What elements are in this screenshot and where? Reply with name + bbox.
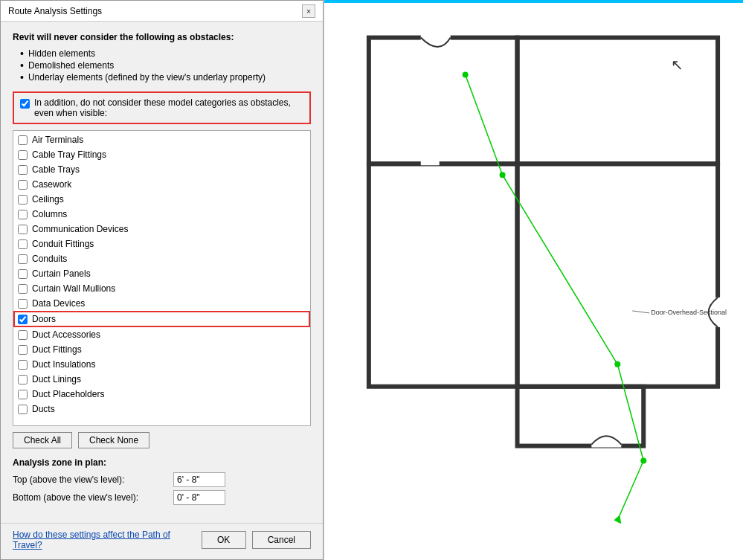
category-item-1: Cable Tray Fittings [13, 147, 310, 162]
zone-top-input[interactable] [173, 472, 225, 487]
cancel-button[interactable]: Cancel [252, 531, 311, 549]
zone-section: Analysis zone in plan: Top (above the vi… [13, 457, 311, 508]
category-item-11: Data Devices [13, 296, 310, 311]
category-item-14: Duct Fittings [13, 342, 310, 357]
category-checkbox-3[interactable] [18, 180, 28, 190]
category-label-8: Conduits [32, 252, 67, 265]
category-checkbox-7[interactable] [18, 239, 28, 249]
category-item-7: Conduit Fittings [13, 236, 310, 251]
category-item-4: Ceilings [13, 192, 310, 207]
svg-rect-4 [518, 387, 644, 446]
category-checkbox-1[interactable] [18, 150, 28, 160]
zone-row-top: Top (above the view's level): [13, 472, 311, 487]
svg-rect-0 [369, 38, 518, 164]
category-checkbox-17[interactable] [18, 390, 28, 399]
bullet-dot-1: • [20, 48, 24, 59]
category-item-17: Duct Placeholders [13, 387, 310, 402]
dialog-title: Route Analysis Settings [8, 6, 102, 16]
category-label-11: Data Devices [32, 297, 85, 310]
category-label-13: Duct Accessories [32, 328, 100, 341]
category-checkbox-9[interactable] [18, 269, 28, 279]
bullet-item-1: • Hidden elements [20, 48, 311, 59]
category-item-6: Communication Devices [13, 222, 310, 236]
category-label-14: Duct Fittings [32, 343, 82, 356]
category-label-5: Columns [32, 207, 67, 221]
category-item-13: Duct Accessories [13, 327, 310, 342]
bullet-text-3: Underlay elements (defined by the view's… [28, 72, 266, 83]
svg-line-19 [632, 311, 649, 313]
main-checkbox-label: In addition, do not consider these model… [34, 97, 303, 118]
category-checkbox-11[interactable] [18, 299, 28, 309]
svg-point-13 [463, 71, 469, 77]
category-item-18: Ducts [13, 402, 310, 416]
bullets-list: • Hidden elements • Demolished elements … [20, 48, 311, 84]
svg-rect-2 [369, 164, 518, 386]
category-checkbox-10[interactable] [18, 284, 28, 294]
category-checkbox-4[interactable] [18, 195, 28, 205]
dialog-footer: How do these settings affect the Path of… [1, 523, 323, 559]
bullet-item-3: • Underlay elements (defined by the view… [20, 72, 311, 83]
category-item-9: Curtain Panels [13, 266, 310, 281]
help-link[interactable]: How do these settings affect the Path of… [13, 530, 196, 550]
category-checkbox-18[interactable] [18, 405, 28, 414]
ok-button[interactable]: OK [202, 531, 246, 549]
category-item-10: Curtain Wall Mullions [13, 281, 310, 296]
category-label-3: Casework [32, 178, 71, 191]
check-none-button[interactable]: Check None [78, 432, 149, 448]
category-item-3: Casework [13, 177, 310, 192]
category-label-2: Cable Trays [32, 163, 80, 176]
category-checkbox-2[interactable] [18, 165, 28, 175]
svg-text:Door-Overhead-Sectional: Door-Overhead-Sectional [651, 309, 727, 316]
category-checkbox-14[interactable] [18, 345, 28, 355]
category-item-2: Cable Trays [13, 162, 310, 177]
category-item-15: Duct Insulations [13, 357, 310, 372]
category-checkbox-0[interactable] [18, 135, 28, 145]
category-checkbox-8[interactable] [18, 254, 28, 264]
category-checkbox-15[interactable] [18, 360, 28, 370]
category-checkbox-13[interactable] [18, 330, 28, 340]
category-label-1: Cable Tray Fittings [32, 148, 106, 161]
categories-scroll-area[interactable]: Air TerminalsCable Tray FittingsCable Tr… [13, 131, 310, 425]
svg-line-10 [503, 175, 618, 364]
bullet-item-2: • Demolished elements [20, 60, 311, 71]
category-label-7: Conduit Fittings [32, 237, 94, 251]
category-checkbox-16[interactable] [18, 375, 28, 384]
bullet-dot-3: • [20, 72, 24, 83]
svg-point-14 [500, 172, 506, 178]
floorplan-panel: Door-Overhead-Sectional ↖ [324, 0, 743, 560]
bullet-text-2: Demolished elements [28, 60, 114, 71]
close-button[interactable]: × [302, 4, 315, 18]
bullet-text-1: Hidden elements [28, 48, 95, 59]
category-checkbox-12[interactable] [18, 315, 28, 324]
svg-point-15 [614, 361, 620, 367]
category-item-16: Duct Linings [13, 372, 310, 387]
route-analysis-dialog: Route Analysis Settings × Revit will nev… [0, 0, 324, 560]
zone-bottom-label: Bottom (above the view's level): [13, 492, 169, 503]
category-checkbox-6[interactable] [18, 225, 28, 234]
svg-line-12 [617, 461, 643, 521]
main-checkbox-row: In addition, do not consider these model… [20, 97, 303, 118]
svg-marker-17 [614, 515, 621, 524]
category-item-8: Conduits [13, 251, 310, 266]
main-checkbox-section: In addition, do not consider these model… [13, 91, 311, 124]
main-checkbox[interactable] [20, 99, 30, 109]
check-buttons-row: Check All Check None [13, 432, 311, 448]
zone-row-bottom: Bottom (above the view's level): [13, 490, 311, 505]
category-label-10: Curtain Wall Mullions [32, 282, 115, 295]
svg-line-9 [466, 74, 503, 175]
category-label-17: Duct Placeholders [32, 387, 104, 401]
check-all-button[interactable]: Check All [13, 432, 72, 448]
category-item-12: Doors [13, 311, 310, 327]
category-label-0: Air Terminals [32, 133, 83, 147]
svg-rect-1 [518, 38, 718, 164]
category-label-9: Curtain Panels [32, 267, 91, 280]
category-label-12: Doors [32, 312, 56, 326]
category-checkbox-5[interactable] [18, 210, 28, 219]
zone-bottom-input[interactable] [173, 490, 225, 505]
categories-container: Air TerminalsCable Tray FittingsCable Tr… [13, 130, 311, 426]
category-label-18: Ducts [32, 402, 55, 416]
intro-title: Revit will never consider the following … [13, 32, 311, 42]
category-label-15: Duct Insulations [32, 358, 95, 371]
dialog-content: Revit will never consider the following … [1, 22, 323, 523]
category-label-16: Duct Linings [32, 373, 81, 386]
